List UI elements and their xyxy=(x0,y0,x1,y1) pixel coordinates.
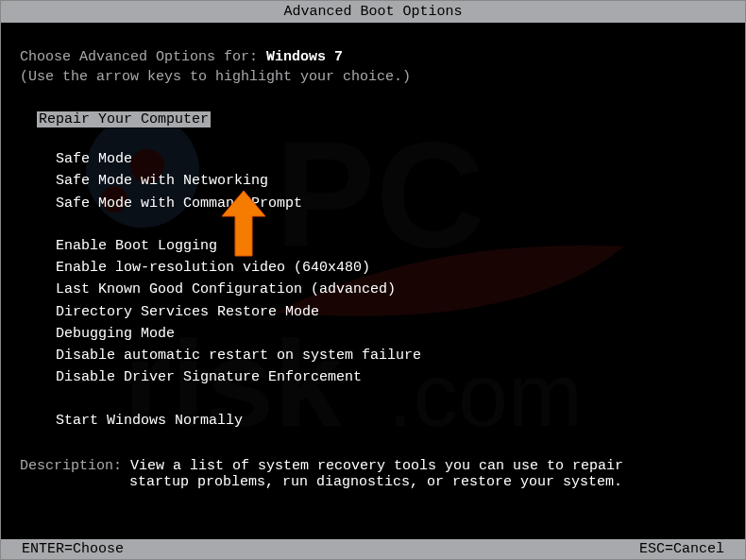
header-prefix: Choose Advanced Options for: xyxy=(20,49,266,65)
header-line: Choose Advanced Options for: Windows 7 xyxy=(20,49,726,65)
menu-item-debugging[interactable]: Debugging Mode xyxy=(56,323,726,345)
menu-item-boot-logging[interactable]: Enable Boot Logging xyxy=(56,235,726,257)
description: Description: View a list of system recov… xyxy=(20,458,726,474)
menu-item-low-res-video[interactable]: Enable low-resolution video (640x480) xyxy=(56,257,726,279)
menu-item-last-known-good[interactable]: Last Known Good Configuration (advanced) xyxy=(56,279,726,300)
page-title: Advanced Boot Options xyxy=(1,1,745,23)
menu-item-safe-mode[interactable]: Safe Mode xyxy=(56,148,726,170)
menu-item-start-normally[interactable]: Start Windows Normally xyxy=(56,410,726,432)
description-text2: startup problems, run diagnostics, or re… xyxy=(129,474,726,490)
menu-group-normal: Start Windows Normally xyxy=(56,410,726,432)
menu-item-disable-auto-restart[interactable]: Disable automatic restart on system fail… xyxy=(56,345,726,366)
footer-enter: ENTER=Choose xyxy=(22,541,124,557)
menu-item-selected[interactable]: Repair Your Computer xyxy=(37,111,211,127)
menu-item-safe-mode-command[interactable]: Safe Mode with Command Prompt xyxy=(56,193,726,214)
menu-group-safe-mode: Safe Mode Safe Mode with Networking Safe… xyxy=(56,148,726,214)
footer-esc: ESC=Cancel xyxy=(639,541,724,557)
description-text1: View a list of system recovery tools you… xyxy=(130,458,623,474)
menu-group-advanced: Enable Boot Logging Enable low-resolutio… xyxy=(56,235,726,389)
menu-item-directory-services[interactable]: Directory Services Restore Mode xyxy=(56,301,726,323)
instructions: (Use the arrow keys to highlight your ch… xyxy=(20,69,726,85)
os-name: Windows 7 xyxy=(266,49,343,65)
footer-bar: ENTER=Choose ESC=Cancel xyxy=(1,539,745,559)
menu-item-safe-mode-networking[interactable]: Safe Mode with Networking xyxy=(56,170,726,192)
menu-item-disable-driver-sig[interactable]: Disable Driver Signature Enforcement xyxy=(56,366,726,388)
description-label: Description: xyxy=(20,458,130,474)
